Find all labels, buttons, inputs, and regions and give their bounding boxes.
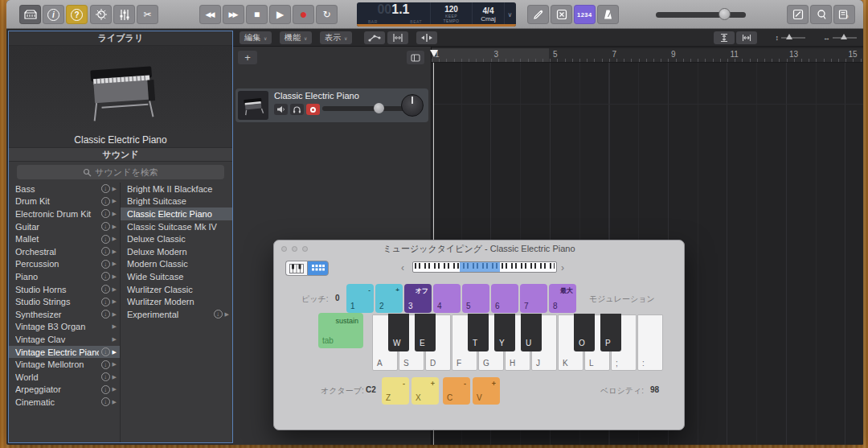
library-category-row[interactable]: Arpeggiator↓▶ xyxy=(9,384,120,397)
download-icon[interactable]: ↓ xyxy=(101,360,110,369)
musical-typing-mode-button[interactable] xyxy=(307,261,329,276)
mod-key-6[interactable]: 6 xyxy=(491,284,518,313)
piano-keyboard-mode-button[interactable] xyxy=(285,261,307,276)
library-preset-row[interactable]: Modern Classic xyxy=(121,258,232,271)
black-key-P[interactable]: P xyxy=(600,314,621,351)
master-volume-slider[interactable] xyxy=(656,10,746,18)
vertical-autofit-button[interactable] xyxy=(714,31,735,44)
mod-key-5[interactable]: 5 xyxy=(462,284,489,313)
download-icon[interactable]: ↓ xyxy=(101,247,110,256)
catch-playhead-button[interactable] xyxy=(416,31,437,44)
library-preset-row[interactable]: Classic Electric Piano xyxy=(121,208,232,220)
library-preset-row[interactable]: Deluxe Classic xyxy=(121,232,232,245)
smart-controls-button[interactable] xyxy=(90,5,112,24)
disclosure-arrow-icon[interactable]: ▶ xyxy=(113,286,117,293)
octave-key-Z[interactable]: -Z xyxy=(382,377,409,405)
mod-key-4[interactable]: 4 xyxy=(433,284,461,313)
disclosure-arrow-icon[interactable]: ▶ xyxy=(113,399,117,405)
library-category-row[interactable]: World↓▶ xyxy=(9,371,120,384)
download-icon[interactable]: ↓ xyxy=(101,298,110,306)
edit-menu[interactable]: 編集 ∨ xyxy=(240,31,272,44)
download-icon[interactable]: ↓ xyxy=(214,310,223,319)
download-icon[interactable]: ↓ xyxy=(101,310,110,319)
notepad-button[interactable] xyxy=(787,5,809,24)
black-key-Y[interactable]: Y xyxy=(494,314,515,351)
track-name[interactable]: Classic Electric Piano xyxy=(274,91,359,101)
disclosure-arrow-icon[interactable]: ▶ xyxy=(113,224,117,230)
download-icon[interactable]: ↓ xyxy=(101,209,110,218)
disclosure-arrow-icon[interactable]: ▶ xyxy=(113,349,117,356)
octave-range-prev-icon[interactable]: ‹ xyxy=(401,262,404,273)
disclosure-arrow-icon[interactable]: ▶ xyxy=(113,386,117,393)
forward-button[interactable]: ▶▶ xyxy=(223,5,244,24)
library-preset-row[interactable]: Wide Suitcase xyxy=(121,270,232,283)
library-category-row[interactable]: Studio Strings↓▶ xyxy=(9,295,120,308)
library-category-row[interactable]: Mallet↓▶ xyxy=(9,232,120,245)
library-preset-row[interactable]: Classic Suitcase Mk IV xyxy=(121,220,232,233)
octave-range-selection[interactable] xyxy=(460,262,500,272)
record-button[interactable]: ● xyxy=(293,5,314,24)
library-category-row[interactable]: Piano↓▶ xyxy=(9,270,120,283)
horizontal-zoom-slider[interactable]: ↔ xyxy=(823,32,857,43)
black-key-E[interactable]: E xyxy=(415,314,436,351)
disclosure-arrow-icon[interactable]: ▶ xyxy=(113,298,117,305)
sustain-key[interactable]: sustain tab xyxy=(318,313,363,348)
download-icon[interactable]: ↓ xyxy=(101,222,110,231)
library-category-row[interactable]: Cinematic↓▶ xyxy=(9,396,120,409)
black-key-T[interactable]: T xyxy=(468,314,489,351)
download-icon[interactable]: ↓ xyxy=(101,397,110,406)
download-icon[interactable]: ↓ xyxy=(101,285,110,294)
download-icon[interactable]: ↓ xyxy=(101,272,110,281)
disclosure-arrow-icon[interactable]: ▶ xyxy=(113,273,117,280)
view-menu[interactable]: 表示 ∨ xyxy=(320,31,352,44)
mod-key-2[interactable]: +2 xyxy=(375,284,403,313)
play-button[interactable]: ▶ xyxy=(269,5,291,24)
help-button[interactable]: ? xyxy=(66,5,88,24)
disclosure-arrow-icon[interactable]: ▶ xyxy=(113,336,117,343)
playhead-marker[interactable] xyxy=(430,50,438,57)
library-preset-row[interactable]: Deluxe Modern xyxy=(121,245,232,258)
disclosure-arrow-icon[interactable]: ▶ xyxy=(113,323,117,330)
library-category-row[interactable]: Synthesizer↓▶ xyxy=(9,308,120,321)
record-enable-button[interactable] xyxy=(306,104,320,115)
library-category-row[interactable]: Bass↓▶ xyxy=(9,183,120,195)
mod-key-7[interactable]: 7 xyxy=(520,284,547,313)
disclosure-arrow-icon[interactable]: ▶ xyxy=(113,236,117,242)
download-icon[interactable]: ↓ xyxy=(101,184,110,193)
disclosure-arrow-icon[interactable]: ▶ xyxy=(113,186,117,192)
functions-menu[interactable]: 機能 ∨ xyxy=(280,31,312,44)
metronome-button[interactable] xyxy=(597,5,619,24)
loop-browser-button[interactable] xyxy=(810,5,832,24)
mute-button[interactable] xyxy=(274,104,288,115)
download-icon[interactable]: ↓ xyxy=(101,347,110,356)
library-preset-row[interactable]: Bright Mk II Blackface xyxy=(121,183,232,195)
disclosure-arrow-icon[interactable]: ▶ xyxy=(113,361,117,368)
library-category-row[interactable]: Electronic Drum Kit↓▶ xyxy=(9,208,120,220)
track-header-config-button[interactable] xyxy=(407,51,424,64)
library-preset-row[interactable]: Wurlitzer Modern xyxy=(121,295,232,308)
horizontal-autofit-button[interactable] xyxy=(736,31,757,44)
library-button[interactable] xyxy=(19,5,41,24)
sound-search-field[interactable]: サウンドを検索 xyxy=(17,165,224,179)
count-in-button[interactable]: 1234 xyxy=(574,5,596,24)
black-key-O[interactable]: O xyxy=(574,314,595,351)
library-category-row[interactable]: Vintage Electric Piano↓▶ xyxy=(9,346,120,359)
library-preset-row[interactable]: Bright Suitcase xyxy=(121,195,232,208)
lcd-display[interactable]: 00 1.1 BAR BEAT 120 KEEP TEMPO 4/4 Cmaj … xyxy=(357,2,516,27)
track-lane[interactable] xyxy=(432,71,863,105)
master-volume-thumb[interactable] xyxy=(719,8,731,20)
lcd-chevron-icon[interactable]: ∨ xyxy=(505,2,515,27)
media-browser-button[interactable]: ♪ xyxy=(833,5,855,24)
disclosure-arrow-icon[interactable]: ▶ xyxy=(113,198,117,204)
disclosure-arrow-icon[interactable]: ▶ xyxy=(113,311,117,318)
mixer-button[interactable] xyxy=(113,5,135,24)
track-volume-thumb[interactable] xyxy=(374,103,384,113)
white-key-:[interactable]: : xyxy=(637,314,663,371)
black-key-U[interactable]: U xyxy=(521,314,542,351)
mod-key-3[interactable]: オフ3 xyxy=(404,284,432,313)
download-icon[interactable]: ↓ xyxy=(101,197,110,206)
library-category-row[interactable]: Vintage Clav▶ xyxy=(9,333,120,346)
black-key-W[interactable]: W xyxy=(388,314,409,351)
octave-key-X[interactable]: +X xyxy=(411,377,439,405)
track-volume-slider[interactable] xyxy=(322,105,406,112)
